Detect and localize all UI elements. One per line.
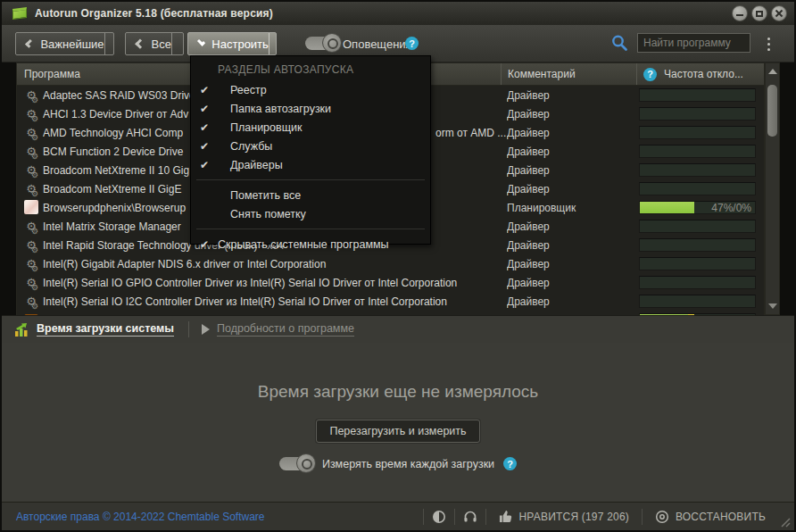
comment-cell: Драйвер — [507, 127, 632, 139]
scrollbar-thumb[interactable] — [767, 85, 777, 137]
gear-icon: ⚙⚙ — [23, 125, 39, 140]
close-icon — [775, 9, 784, 18]
notifications-label: Оповещения — [343, 37, 412, 51]
table-row[interactable]: ⚙⚙Intel(R) Serial IO I2C Controller Driv… — [17, 292, 764, 311]
menu-item-section[interactable]: ✔Драйверы — [191, 155, 430, 174]
scroll-down-icon[interactable] — [768, 303, 777, 309]
search-input[interactable] — [637, 33, 750, 53]
disable-frequency-bar — [639, 88, 756, 102]
button-split-cap[interactable] — [171, 33, 181, 54]
menu-item-action[interactable]: Пометить все — [191, 186, 430, 204]
menu-item-section[interactable]: ✔Папка автозагрузки — [191, 99, 430, 118]
theme-contrast-icon[interactable] — [424, 510, 454, 524]
menu-item-section[interactable]: ✔Службы — [191, 137, 430, 155]
disable-frequency-bar — [639, 220, 756, 233]
scroll-up-icon[interactable] — [768, 69, 777, 74]
column-header-comment[interactable]: Комментарий — [501, 63, 636, 85]
menu-item-section[interactable]: ✔Реестр — [191, 80, 430, 99]
menu-item-label: Драйверы — [230, 159, 283, 171]
comment-cell: Драйвер — [507, 145, 632, 158]
column-header-frequency[interactable]: ? Частота откло... — [636, 63, 765, 85]
measure-every-boot-toggle[interactable] — [279, 457, 313, 470]
kebab-menu-icon[interactable] — [764, 33, 773, 54]
resize-grip[interactable] — [780, 517, 791, 528]
table-row[interactable]: ⚙⚙Intel(R) Serial IO GPIO Controller Dri… — [17, 273, 764, 292]
check-icon: ✔ — [200, 84, 218, 96]
notifications-toggle[interactable] — [305, 37, 339, 50]
maximize-button[interactable] — [751, 5, 767, 21]
comment-cell: Драйвер — [507, 277, 632, 289]
important-filter-label: Важнейшие — [40, 37, 104, 51]
disable-frequency-bar — [639, 107, 756, 121]
like-button[interactable]: НРАВИТСЯ (197 206) — [486, 510, 641, 523]
menu-item-label: Пометить все — [230, 189, 301, 202]
toggle-knob-icon — [296, 453, 316, 473]
program-name: Intel(R) Gigabit Adapter NDIS 6.x driver… — [43, 258, 487, 270]
program-image-icon — [24, 200, 38, 214]
all-filter-button[interactable]: Все — [125, 32, 184, 55]
check-icon: ✔ — [200, 159, 218, 171]
disable-frequency-bar — [639, 145, 756, 158]
menu-item-label: Планировщик — [230, 121, 302, 134]
chevron-left-icon — [25, 39, 34, 48]
menu-item-label: Снять пометку — [230, 208, 306, 220]
menu-item-label: Скрывать системные программы — [218, 238, 389, 251]
search-icon[interactable] — [610, 34, 628, 52]
boot-time-panel: Время загрузки еще не измерялось Перезаг… — [2, 343, 794, 502]
title-bar[interactable]: Autorun Organizer 5.18 (бесплатная верси… — [2, 2, 794, 25]
button-split-cap[interactable] — [269, 33, 274, 54]
frequency-help-icon[interactable]: ? — [643, 68, 657, 81]
boot-time-message: Время загрузки еще не измерялось — [258, 382, 538, 402]
bar-chart-icon — [14, 323, 29, 337]
comment-cell: Планировщик — [507, 202, 632, 214]
important-filter-button[interactable]: Важнейшие — [15, 32, 114, 55]
tab-boot-time[interactable]: Время загрузки системы — [14, 322, 174, 337]
restore-label: ВОССТАНОВИТЬ — [676, 511, 766, 523]
gear-icon: ⚙⚙ — [23, 219, 39, 234]
restore-button[interactable]: ВОССТАНОВИТЬ — [643, 510, 778, 524]
gear-icon: ⚙⚙ — [23, 237, 39, 253]
menu-item-label: Папка автозагрузки — [230, 103, 331, 115]
menu-separator — [196, 229, 425, 229]
comment-cell: Драйвер — [507, 295, 632, 308]
comment-cell: Драйвер — [507, 108, 632, 121]
measure-help-icon[interactable]: ? — [503, 457, 517, 470]
maximize-icon — [756, 11, 763, 17]
menu-item-hide-system[interactable]: ✔Скрывать системные программы — [191, 235, 430, 254]
minimize-button[interactable] — [732, 5, 748, 21]
gear-icon: ⚙⚙ — [23, 294, 39, 309]
copyright-link[interactable]: Авторские права © 2014-2022 Chemtable So… — [16, 511, 265, 523]
bottom-tabs: Время загрузки системы Подробности о про… — [2, 315, 794, 343]
play-triangle-icon — [202, 324, 210, 335]
notifications-help-icon[interactable]: ? — [405, 37, 419, 50]
all-filter-label: Все — [152, 37, 171, 51]
gear-icon: ⚙⚙ — [23, 87, 39, 103]
configure-button[interactable]: Настроить — [187, 32, 277, 55]
vertical-scrollbar[interactable] — [765, 62, 780, 315]
check-icon: ✔ — [200, 140, 218, 153]
toggle-knob-icon — [322, 33, 342, 53]
app-window: Autorun Organizer 5.18 (бесплатная верси… — [0, 0, 796, 532]
check-icon: ✔ — [200, 121, 218, 134]
reboot-and-measure-button[interactable]: Перезагрузить и измерить — [316, 420, 479, 443]
disable-frequency-bar — [639, 257, 756, 270]
window-controls — [732, 5, 787, 21]
headphones-support-icon[interactable] — [455, 510, 485, 524]
comment-cell: Драйвер — [507, 183, 632, 195]
gear-icon: ⚙⚙ — [23, 162, 39, 178]
gear-icon: ⚙⚙ — [23, 106, 39, 121]
window-title: Autorun Organizer 5.18 (бесплатная верси… — [35, 7, 273, 20]
menu-header: РАЗДЕЛЫ АВТОЗАПУСКА — [191, 56, 430, 80]
autorun-sections-menu: РАЗДЕЛЫ АВТОЗАПУСКА ✔Реестр✔Папка автоза… — [190, 55, 431, 245]
app-icon — [12, 7, 27, 20]
close-button[interactable] — [771, 5, 787, 21]
check-icon: ✔ — [200, 238, 218, 251]
menu-item-section[interactable]: ✔Планировщик — [191, 118, 430, 137]
button-split-cap[interactable] — [104, 33, 112, 54]
tab-program-details[interactable]: Подробности о программе — [202, 322, 354, 337]
menu-item-action[interactable]: Снять пометку — [191, 204, 430, 223]
table-row[interactable]: ⚙⚙Intel(R) Gigabit Adapter NDIS 6.x driv… — [17, 254, 764, 273]
gear-icon: ⚙⚙ — [23, 181, 39, 196]
program-name: Intel(R) Serial IO I2C Controller Driver… — [43, 295, 487, 308]
like-label: НРАВИТСЯ (197 206) — [518, 511, 628, 523]
